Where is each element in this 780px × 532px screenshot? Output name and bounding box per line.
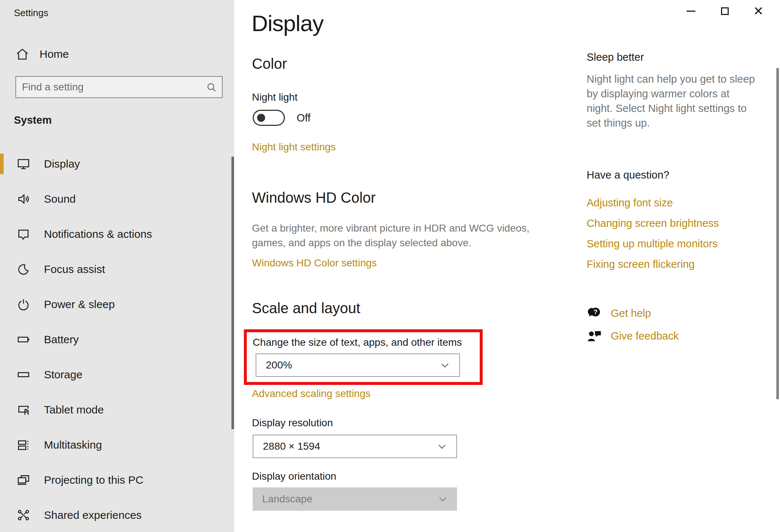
- orientation-dropdown-value: Landscape: [253, 493, 437, 505]
- have-a-question-heading: Have a question?: [587, 169, 669, 181]
- help-link-screen-flickering[interactable]: Fixing screen flickering: [587, 258, 695, 270]
- window-controls: ✕: [674, 0, 775, 22]
- sidebar-item-label: Multitasking: [44, 439, 102, 451]
- sidebar-item-label: Power & sleep: [44, 298, 115, 311]
- multitasking-icon: [16, 438, 31, 452]
- help-link-multiple-monitors[interactable]: Setting up multiple monitors: [587, 238, 718, 250]
- sidebar-item-power-sleep[interactable]: Power & sleep: [0, 287, 234, 322]
- sidebar-scrollbar[interactable]: [231, 157, 234, 429]
- maximize-icon: [721, 7, 729, 15]
- night-light-toggle-row: Off: [253, 110, 311, 126]
- sidebar: Settings Home System: [0, 0, 234, 532]
- sidebar-item-label: Display: [44, 158, 80, 170]
- give-feedback-icon: [587, 329, 603, 343]
- hd-color-description: Get a brighter, more vibrant picture in …: [252, 221, 556, 250]
- advanced-scaling-link[interactable]: Advanced scaling settings: [252, 388, 371, 400]
- resolution-dropdown-value: 2880 × 1594: [253, 441, 437, 452]
- selected-accent-bar: [0, 154, 4, 174]
- chevron-down-icon: [439, 360, 450, 371]
- sidebar-item-label: Projecting to this PC: [44, 474, 144, 486]
- toggle-knob: [257, 114, 265, 122]
- battery-icon: [16, 333, 31, 346]
- hd-color-settings-link[interactable]: Windows HD Color settings: [252, 257, 377, 269]
- shared-experiences-icon: [16, 508, 31, 522]
- hd-color-section-heading: Windows HD Color: [252, 190, 376, 206]
- tablet-mode-icon: [16, 403, 31, 417]
- search-box[interactable]: [15, 76, 223, 98]
- give-feedback-action[interactable]: Give feedback: [587, 329, 679, 343]
- scaling-label: Change the size of text, apps, and other…: [253, 337, 462, 348]
- focus-assist-icon: [16, 262, 31, 276]
- color-section-heading: Color: [252, 56, 287, 72]
- minimize-icon: [687, 11, 695, 12]
- sidebar-item-battery[interactable]: Battery: [0, 322, 234, 357]
- close-icon: ✕: [753, 5, 764, 17]
- sidebar-item-storage[interactable]: Storage: [0, 357, 234, 392]
- sidebar-item-label: Notifications & actions: [44, 228, 152, 240]
- scaling-dropdown[interactable]: 200%: [256, 353, 460, 377]
- night-light-toggle[interactable]: [253, 110, 285, 126]
- main-scrollbar[interactable]: [776, 68, 779, 399]
- maximize-button[interactable]: [708, 0, 742, 22]
- search-input[interactable]: [16, 81, 206, 93]
- sound-icon: [16, 192, 31, 206]
- sidebar-item-tablet-mode[interactable]: Tablet mode: [0, 392, 234, 427]
- page-title: Display: [252, 10, 323, 36]
- close-button[interactable]: ✕: [742, 0, 775, 22]
- help-link-changing-brightness[interactable]: Changing screen brightness: [587, 217, 719, 229]
- sidebar-item-notifications[interactable]: Notifications & actions: [0, 217, 234, 252]
- sidebar-item-sound[interactable]: Sound: [0, 181, 234, 217]
- storage-icon: [16, 368, 31, 382]
- get-help-action[interactable]: ? Get help: [587, 306, 651, 321]
- sidebar-item-label: Storage: [44, 368, 82, 381]
- sidebar-item-focus-assist[interactable]: Focus assist: [0, 252, 234, 287]
- sidebar-item-label: Battery: [44, 333, 79, 346]
- sleep-better-text: Night light can help you get to sleep by…: [587, 72, 755, 130]
- get-help-label: Get help: [611, 307, 651, 319]
- app-title: Settings: [14, 7, 48, 19]
- sleep-better-heading: Sleep better: [587, 51, 644, 63]
- chevron-down-icon: [437, 441, 447, 452]
- orientation-label: Display orientation: [252, 471, 336, 482]
- resolution-dropdown[interactable]: 2880 × 1594: [253, 435, 457, 458]
- projecting-icon: [16, 473, 31, 487]
- resolution-label: Display resolution: [252, 417, 333, 429]
- chevron-down-icon: [437, 494, 448, 505]
- sidebar-item-shared-experiences[interactable]: Shared experiences: [0, 498, 234, 532]
- give-feedback-label: Give feedback: [611, 330, 679, 342]
- sidebar-item-label: Tablet mode: [44, 404, 104, 416]
- sidebar-item-label: Home: [40, 48, 69, 60]
- get-help-icon: ?: [587, 306, 603, 321]
- notifications-icon: [16, 227, 31, 241]
- night-light-settings-link[interactable]: Night light settings: [252, 141, 336, 153]
- svg-text:?: ?: [594, 308, 598, 316]
- display-icon: [16, 157, 31, 171]
- minimize-button[interactable]: [674, 0, 708, 22]
- scaling-dropdown-value: 200%: [256, 359, 439, 371]
- sidebar-item-label: Focus assist: [44, 263, 105, 276]
- scale-section-heading: Scale and layout: [252, 300, 360, 316]
- orientation-dropdown: Landscape: [253, 487, 457, 511]
- sidebar-item-multitasking[interactable]: Multitasking: [0, 427, 234, 462]
- sidebar-item-label: Sound: [44, 193, 76, 205]
- search-icon[interactable]: [206, 82, 217, 93]
- sidebar-section-system: System: [14, 114, 52, 126]
- sidebar-item-display[interactable]: Display: [0, 146, 234, 181]
- night-light-state: Off: [297, 112, 311, 124]
- sidebar-nav-list: Display Sound Notifications & actions: [0, 146, 234, 532]
- power-icon: [16, 297, 31, 311]
- sidebar-item-projecting[interactable]: Projecting to this PC: [0, 462, 234, 498]
- home-icon: [15, 47, 29, 61]
- sidebar-item-label: Shared experiences: [44, 509, 142, 521]
- help-link-adjusting-font-size[interactable]: Adjusting font size: [587, 197, 673, 209]
- night-light-label: Night light: [252, 91, 298, 103]
- sidebar-item-home[interactable]: Home: [0, 43, 234, 65]
